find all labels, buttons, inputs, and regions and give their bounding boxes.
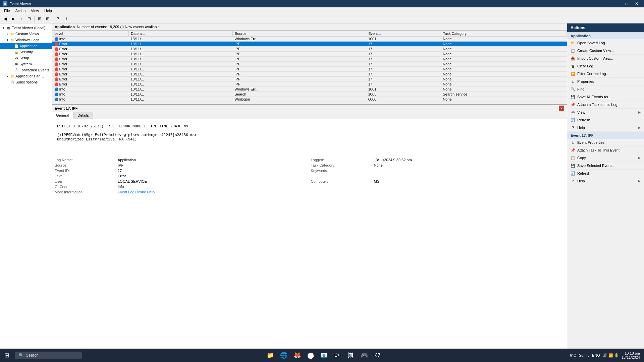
tree-item-custom-views[interactable]: ▸ 📁 Custom Views (0, 31, 52, 37)
up-button[interactable]: ↑ (17, 15, 25, 22)
cell-eventid: 17 (366, 72, 441, 77)
table-row[interactable]: 🔴 Error 13/11/... IPF 17 None (52, 77, 567, 82)
action-label: Save Selected Events... (577, 164, 616, 168)
table-row[interactable]: 🔴 Error 13/11/... IPF 17 None (52, 42, 567, 47)
table-row[interactable]: 🔵 Info 13/11/... Windows Err... 1001 Non… (52, 87, 567, 92)
action-item[interactable]: 📌 Attach a Task to this Log... (567, 101, 644, 109)
tab-general[interactable]: General (52, 112, 73, 119)
taskbar-weather-desc: Sunny (579, 353, 589, 357)
col-header-source[interactable]: Source (232, 31, 366, 37)
action-item[interactable]: ? Help ▶ (567, 177, 644, 185)
maximize-button[interactable]: □ (622, 0, 631, 7)
menu-view[interactable]: View (28, 8, 42, 13)
action-item[interactable]: 💾 Save All Events As... (567, 93, 644, 101)
start-button[interactable]: ⊞ (0, 349, 13, 362)
table-row[interactable]: 🔴 Error 13/11/... IPF 17 None (52, 52, 567, 57)
table-row[interactable]: 🔴 Error 13/11/... IPF 17 None (52, 72, 567, 77)
minimize-button[interactable]: ─ (612, 0, 621, 7)
value-logged: 13/11/2024 9:39:52 pm (374, 158, 565, 162)
toolbar-btn-5[interactable]: ⊞ (44, 15, 51, 22)
expand-icon-wl[interactable]: ▾ (5, 38, 9, 42)
cell-level: 🔵 Info (52, 87, 129, 92)
action-item[interactable]: 🔍 Find... (567, 85, 644, 93)
cell-eventid: 1001 (366, 87, 441, 92)
event-table-container[interactable]: Level Date a... Source Event... Task Cat… (52, 31, 567, 104)
taskbar-app-explorer[interactable]: 📁 (264, 349, 276, 361)
menu-file[interactable]: File (1, 8, 13, 13)
value-log-name: Application (118, 158, 308, 162)
action-label: Help (577, 126, 585, 130)
table-row[interactable]: 🔴 Error 13/11/... IPF 17 None (52, 62, 567, 67)
label-keywords: Keywords: (311, 169, 371, 173)
taskbar-app-edge[interactable]: 🌐 (278, 349, 290, 361)
expand-icon[interactable]: ▾ (1, 26, 5, 30)
table-row[interactable]: 🔴 Error 13/11/... IPF 17 None (52, 57, 567, 62)
tree-item-apps-services[interactable]: ▸ 📁 Applications and Services Lo... (0, 73, 52, 79)
expand-icon-cv[interactable]: ▸ (5, 32, 9, 36)
forward-button[interactable]: ▶ (9, 15, 17, 22)
menu-help[interactable]: Help (42, 8, 55, 13)
tree-item-system[interactable]: 🖥 System (0, 61, 52, 67)
table-row[interactable]: 🔴 Error 13/11/... IPF 17 None (52, 67, 567, 72)
taskbar-app-shield[interactable]: 🛡 (372, 349, 384, 361)
tree-item-setup[interactable]: ⚙ Setup (0, 55, 52, 61)
cell-date: 13/11/... (128, 62, 232, 67)
detail-close-button[interactable]: ✕ (559, 106, 564, 111)
link-event-log-help[interactable]: Event Log Online Help (118, 190, 155, 194)
about-button[interactable]: ℹ (62, 15, 70, 22)
taskbar-app-mail[interactable]: 📧 (318, 349, 330, 361)
expand-icon-app (9, 44, 13, 48)
taskbar-date: 13/11/2024 (622, 355, 640, 359)
col-header-level[interactable]: Level (52, 31, 129, 37)
action-item[interactable]: 📂 Open Saved Log... (567, 39, 644, 47)
tree-item-event-viewer[interactable]: ▾ 💻 Event Viewer (Local) (0, 25, 52, 31)
action-item[interactable]: ℹ Event Properties (567, 139, 644, 146)
action-icon: 📋 (571, 156, 575, 160)
col-header-task[interactable]: Task Category (441, 31, 567, 37)
table-row[interactable]: 🔵 Info 13/11/... Windows Err... 1001 Non… (52, 37, 567, 42)
action-item[interactable]: 🗑 Clear Log... (567, 62, 644, 70)
taskbar-app-store[interactable]: 🛍 (331, 349, 343, 361)
action-item[interactable]: 📋 Copy ▶ (567, 154, 644, 162)
taskbar-search[interactable]: 🔍 Search (15, 352, 82, 359)
table-row[interactable]: 🔵 Info 13/11/... Winlogon 6000 None (52, 97, 567, 102)
action-item[interactable]: ? Help ▶ (567, 124, 644, 132)
taskbar-clock[interactable]: 10:18 pm 13/11/2024 (622, 351, 640, 359)
action-item[interactable]: 📋 Create Custom View... (567, 47, 644, 55)
action-item[interactable]: 👁 View ▶ (567, 109, 644, 116)
tree-item-windows-logs[interactable]: ▾ 📁 Windows Logs (0, 37, 52, 43)
taskbar-app-xbox[interactable]: 🎮 (358, 349, 370, 361)
action-item[interactable]: 🔄 Refresh (567, 116, 644, 124)
close-button[interactable]: ✕ (632, 0, 641, 7)
tab-details[interactable]: Details (73, 112, 93, 119)
col-header-date[interactable]: Date a... (128, 31, 232, 37)
tree-label-custom-views: Custom Views (15, 32, 39, 36)
action-icon: 🔄 (571, 118, 575, 122)
tree-item-forwarded-events[interactable]: 📩 Forwarded Events (0, 67, 52, 73)
table-row[interactable]: 🔴 Error 13/11/... IPF 17 None (52, 82, 567, 87)
expand-icon-as[interactable]: ▸ (5, 74, 9, 78)
action-item[interactable]: 💾 Save Selected Events... (567, 162, 644, 170)
taskbar-app-chrome[interactable]: ⬤ (305, 349, 317, 361)
tree-item-subscriptions[interactable]: 📋 Subscriptions (0, 79, 52, 85)
label-logged: Logged: (311, 158, 371, 162)
action-item[interactable]: 📌 Attach Task To This Event... (567, 146, 644, 154)
tree-item-application[interactable]: 📄 Application (0, 43, 52, 49)
menu-action[interactable]: Action (13, 8, 29, 13)
table-row[interactable]: 🔵 Info 13/11/... Search 1003 Search serv… (52, 92, 567, 97)
action-icon: ℹ (571, 140, 575, 145)
new-window-button[interactable]: ⊞ (36, 15, 43, 22)
cell-eventid: 6000 (366, 97, 441, 102)
back-button[interactable]: ◀ (1, 15, 9, 22)
taskbar-app-photos[interactable]: 🖼 (345, 349, 357, 361)
show-hide-button[interactable]: ⊟ (25, 15, 33, 22)
action-item[interactable]: ℹ Properties (567, 78, 644, 85)
tree-item-security[interactable]: 🔒 Security (0, 49, 52, 55)
table-row[interactable]: 🔴 Error 13/11/... IPF 17 None (52, 47, 567, 52)
action-item[interactable]: 📥 Import Custom View... (567, 55, 644, 62)
taskbar-app-firefox[interactable]: 🦊 (291, 349, 303, 361)
help-button[interactable]: ? (54, 15, 62, 22)
col-header-eventid[interactable]: Event... (366, 31, 441, 37)
action-item[interactable]: 🔄 Refresh (567, 170, 644, 177)
action-item[interactable]: 🔽 Filter Current Log... (567, 70, 644, 78)
